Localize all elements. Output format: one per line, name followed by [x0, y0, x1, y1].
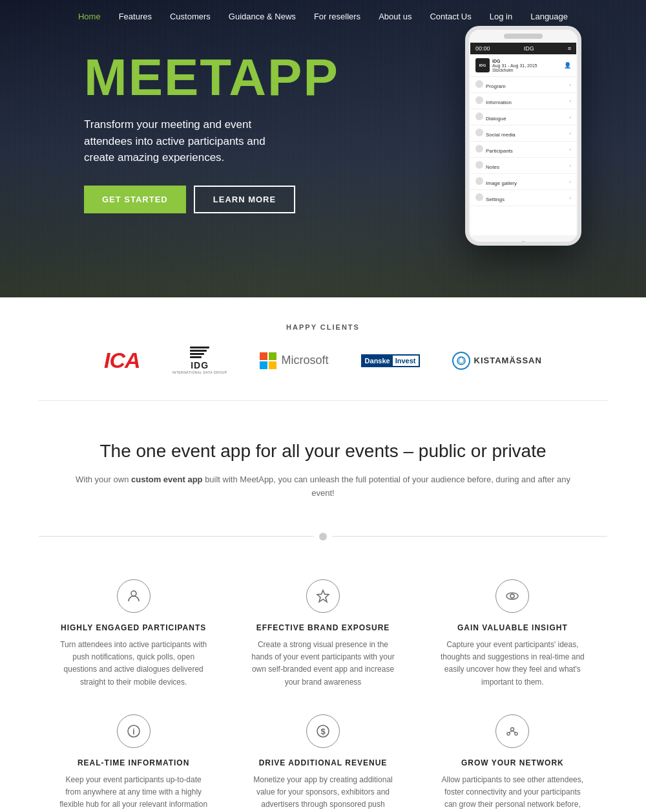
- svg-point-1: [131, 591, 136, 596]
- feature-1-desc: Turn attendees into active participants …: [58, 639, 209, 689]
- phone-event-info: IDG Aug 31 - Aug 31, 2015 Stockholm: [492, 59, 537, 72]
- svg-point-4: [510, 594, 514, 598]
- feature-3-desc: Capture your event participants' ideas, …: [437, 639, 588, 689]
- kistamässan-icon: [452, 352, 470, 370]
- svg-point-11: [515, 732, 517, 735]
- svg-point-10: [507, 732, 510, 735]
- svg-marker-2: [317, 590, 329, 602]
- feature-5-title: DRIVE ADDITIONAL REVENUE: [247, 758, 398, 767]
- get-started-button[interactable]: GET STARTED: [84, 186, 186, 213]
- nav-home[interactable]: Home: [78, 12, 101, 21]
- idg-stripe-4: [190, 356, 202, 358]
- feature-1-title: HIGHLY ENGAGED PARTICIPANTS: [58, 623, 209, 632]
- separator: [0, 520, 646, 553]
- nav-language[interactable]: Language: [530, 12, 568, 21]
- svg-text:i: i: [132, 727, 134, 736]
- ms-square-yellow: [269, 361, 276, 369]
- nav-features[interactable]: Features: [119, 12, 152, 21]
- info-icon: i: [117, 714, 151, 748]
- nav-guidance[interactable]: Guidance & News: [229, 12, 296, 21]
- dollar-icon: $: [306, 714, 340, 748]
- features-heading: The one event app for all your events – …: [65, 440, 581, 463]
- network-icon: [495, 714, 529, 748]
- clients-section: HAPPY CLIENTS ICA IDG INTERNATIONAL DATA…: [0, 297, 646, 400]
- phone-notch: [504, 34, 543, 39]
- hero-buttons: GET STARTED LEARN MORE: [84, 186, 297, 213]
- phone-user-icon: 👤: [564, 62, 571, 69]
- logo-idg: IDG INTERNATIONAL DATA GROUP: [172, 347, 227, 374]
- idg-subtext: INTERNATIONAL DATA GROUP: [172, 370, 227, 374]
- sep-dot: [319, 533, 327, 540]
- microsoft-grid-icon: [260, 352, 276, 369]
- nav-about[interactable]: About us: [379, 12, 412, 21]
- star-icon: [306, 579, 340, 613]
- feature-insight: GAIN VALUABLE INSIGHT Capture your event…: [418, 566, 607, 701]
- phone-menu-gallery: Image gallery ›: [470, 174, 576, 190]
- feature-6-desc: Allow participants to see other attendee…: [437, 774, 588, 812]
- eye-icon: [495, 579, 529, 613]
- feature-realtime-info: i REAL-TIME INFORMATION Keep your event …: [39, 701, 228, 812]
- feature-brand-exposure: EFFECTIVE BRAND EXPOSURE Create a strong…: [228, 566, 417, 701]
- nav-resellers[interactable]: For resellers: [314, 12, 360, 21]
- phone-screen: 00:00 IDG ≡ IDG IDG Aug 31 - Aug 31, 201…: [470, 43, 576, 235]
- sep-right-line: [332, 536, 607, 537]
- feature-revenue: $ DRIVE ADDITIONAL REVENUE Monetize your…: [228, 701, 417, 812]
- hero-subtitle: Transform your meeting and event attende…: [84, 116, 297, 166]
- idg-stripes-icon: [190, 347, 209, 358]
- phone-app-header: IDG IDG Aug 31 - Aug 31, 2015 Stockholm …: [470, 54, 576, 77]
- phone-app-logo: IDG: [475, 58, 490, 72]
- feature-2-desc: Create a strong visual presence in the h…: [247, 639, 398, 689]
- phone-home-indicator: ○: [469, 235, 578, 246]
- features-subheading: With your own custom event app built wit…: [65, 473, 581, 500]
- hero-title: MEETAPP: [84, 52, 297, 103]
- feature-network: GROW YOUR NETWORK Allow participants to …: [418, 701, 607, 812]
- features-grid: HIGHLY ENGAGED PARTICIPANTS Turn attende…: [0, 553, 646, 812]
- phone-menu-dialogue: Dialogue ›: [470, 109, 576, 125]
- microsoft-text: Microsoft: [282, 354, 329, 367]
- svg-line-13: [512, 731, 516, 732]
- svg-text:$: $: [320, 727, 326, 736]
- idg-stripe-3: [190, 353, 204, 355]
- phone-menu-information: Information ›: [470, 93, 576, 109]
- feature-4-title: REAL-TIME INFORMATION: [58, 758, 209, 767]
- idg-text: IDG: [191, 360, 209, 370]
- ms-square-blue: [260, 361, 267, 369]
- clients-title: HAPPY CLIENTS: [39, 323, 607, 331]
- nav-customers[interactable]: Customers: [170, 12, 211, 21]
- ms-square-green: [269, 352, 276, 360]
- feature-6-title: GROW YOUR NETWORK: [437, 758, 588, 767]
- feature-engaged-participants: HIGHLY ENGAGED PARTICIPANTS Turn attende…: [39, 566, 228, 701]
- feature-3-title: GAIN VALUABLE INSIGHT: [437, 623, 588, 632]
- phone-mockup: 00:00 IDG ≡ IDG IDG Aug 31 - Aug 31, 201…: [465, 26, 581, 246]
- learn-more-button[interactable]: LEARN MORE: [194, 186, 295, 213]
- features-intro: The one event app for all your events – …: [0, 401, 646, 520]
- clients-logos: ICA IDG INTERNATIONAL DATA GROUP Microso…: [39, 347, 607, 374]
- danske-blue-label: Danske: [362, 356, 393, 366]
- kistamässan-text: KISTAMÄSSAN: [474, 356, 542, 365]
- nav-contact[interactable]: Contact Us: [430, 12, 471, 21]
- ms-square-red: [260, 352, 267, 360]
- logo-ica: ICA: [104, 348, 140, 373]
- nav-login[interactable]: Log in: [490, 12, 512, 21]
- sep-left-line: [39, 536, 314, 537]
- phone-status-bar: 00:00 IDG ≡: [470, 43, 576, 54]
- logo-kistamässan: KISTAMÄSSAN: [452, 352, 542, 370]
- phone-menu-program: Program ›: [470, 77, 576, 93]
- idg-stripe-1: [190, 347, 209, 348]
- phone-menu-participants: Participants ›: [470, 142, 576, 158]
- feature-5-desc: Monetize your app by creating additional…: [247, 774, 398, 812]
- phone-menu-social: Social media ›: [470, 125, 576, 142]
- feature-2-title: EFFECTIVE BRAND EXPOSURE: [247, 623, 398, 632]
- main-nav: Home Features Customers Guidance & News …: [0, 0, 646, 33]
- danske-invest-label: Invest: [393, 356, 419, 366]
- logo-danske: Danske Invest: [361, 354, 420, 367]
- phone-menu-notes: Notes ›: [470, 158, 576, 174]
- feature-4-desc: Keep your event participants up-to-date …: [58, 774, 209, 812]
- phone-menu-settings: Settings ›: [470, 190, 576, 206]
- svg-line-12: [509, 731, 512, 732]
- person-icon: [117, 579, 151, 613]
- logo-microsoft: Microsoft: [260, 352, 329, 369]
- idg-stripe-2: [190, 350, 207, 352]
- svg-point-9: [511, 727, 514, 731]
